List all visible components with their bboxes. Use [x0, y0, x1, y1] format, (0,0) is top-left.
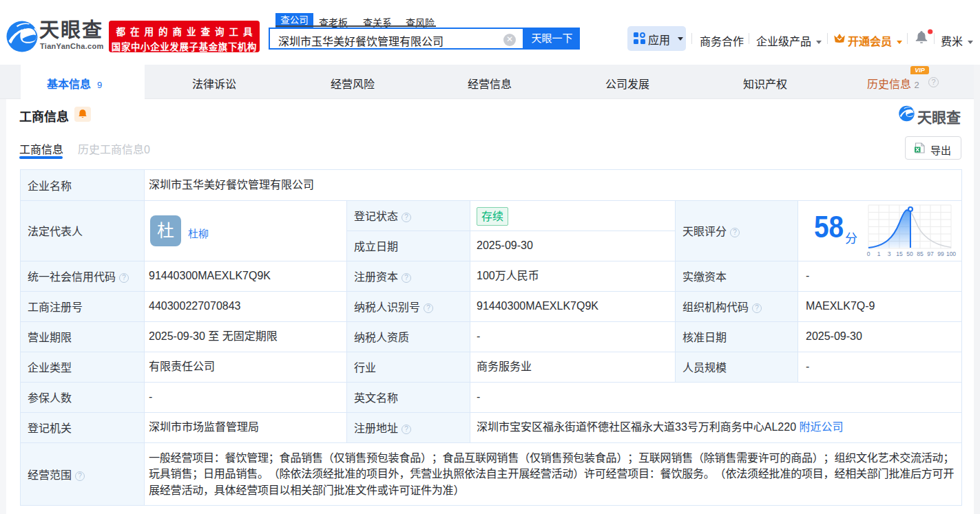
svg-text:85: 85 — [917, 250, 924, 257]
svg-text:99: 99 — [937, 250, 944, 257]
svg-text:100: 100 — [946, 250, 956, 257]
svg-text:50: 50 — [906, 250, 913, 257]
svg-text:97: 97 — [927, 250, 934, 257]
svg-text:0: 0 — [867, 250, 870, 257]
svg-text:3: 3 — [888, 250, 891, 257]
svg-text:15: 15 — [896, 250, 903, 257]
svg-text:1: 1 — [877, 250, 881, 257]
